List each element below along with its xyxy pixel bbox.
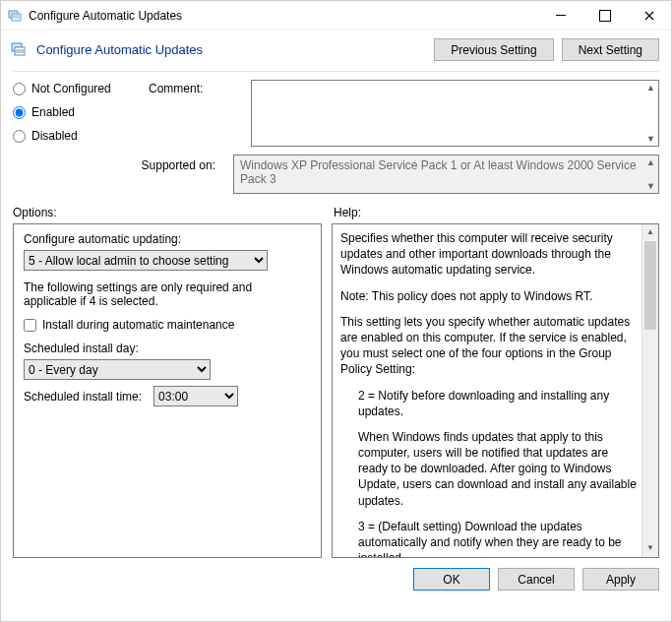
options-heading: Options: (13, 206, 318, 219)
help-scrollbar[interactable]: ▲ ▼ (641, 224, 658, 557)
help-text: Specifies whether this computer will rec… (340, 230, 637, 279)
scheduled-day-select[interactable]: 0 - Every day (24, 359, 211, 380)
window-controls (538, 1, 671, 31)
scroll-up-icon[interactable]: ▲ (642, 224, 658, 241)
maximize-button[interactable] (582, 1, 627, 31)
dialog-title: Configure Automatic Updates (36, 42, 203, 57)
scroll-down-icon: ▼ (646, 181, 655, 191)
minimize-button[interactable] (538, 1, 582, 31)
close-button[interactable] (627, 1, 671, 31)
title-bar: Configure Automatic Updates (1, 1, 671, 31)
radio-label: Enabled (31, 105, 75, 119)
supported-on-text: Windows XP Professional Service Pack 1 o… (233, 155, 659, 194)
supported-on-label: Supported on: (13, 155, 223, 194)
previous-setting-button[interactable]: Previous Setting (434, 38, 553, 61)
next-setting-button[interactable]: Next Setting (562, 38, 659, 61)
configure-updating-label: Configure automatic updating: (24, 232, 311, 246)
scheduled-day-label: Scheduled install day: (24, 342, 311, 355)
scroll-up-icon: ▲ (646, 83, 655, 93)
supported-on-value: Windows XP Professional Service Pack 1 o… (240, 158, 637, 186)
scroll-up-icon: ▲ (646, 157, 655, 167)
apply-button[interactable]: Apply (582, 568, 659, 591)
radio-enabled[interactable]: Enabled (13, 105, 129, 119)
cancel-button[interactable]: Cancel (498, 568, 575, 591)
divider (13, 71, 659, 72)
dialog-header: Configure Automatic Updates Previous Set… (1, 31, 671, 67)
options-note: The following settings are only required… (24, 280, 299, 308)
radio-label: Not Configured (31, 82, 111, 95)
help-heading: Help: (334, 206, 361, 219)
help-text: 3 = (Default setting) Download the updat… (340, 519, 637, 558)
window-title: Configure Automatic Updates (29, 9, 538, 23)
state-radio-group: Not Configured Enabled Disabled (13, 80, 129, 147)
svg-rect-1 (12, 14, 21, 21)
options-panel: Configure automatic updating: 5 - Allow … (13, 223, 322, 558)
scheduled-time-label: Scheduled install time: (24, 390, 142, 404)
help-text: This setting lets you specify whether au… (340, 314, 637, 378)
ok-button[interactable]: OK (413, 568, 490, 591)
comment-label: Comment: (149, 80, 241, 147)
configure-updating-select[interactable]: 5 - Allow local admin to choose setting (24, 250, 268, 271)
help-text: Note: This policy does not apply to Wind… (340, 288, 637, 304)
policy-icon (9, 40, 29, 60)
dialog-footer: OK Cancel Apply (1, 558, 671, 600)
svg-rect-3 (15, 47, 25, 55)
scheduled-time-select[interactable]: 03:00 (153, 386, 238, 406)
radio-disabled[interactable]: Disabled (13, 129, 129, 143)
help-text: 2 = Notify before downloading and instal… (340, 388, 637, 419)
app-icon (7, 8, 23, 24)
help-panel: Specifies whether this computer will rec… (332, 223, 659, 558)
radio-not-configured[interactable]: Not Configured (13, 82, 129, 95)
install-maintenance-checkbox[interactable]: Install during automatic maintenance (24, 318, 311, 332)
scroll-down-icon[interactable]: ▼ (642, 540, 658, 557)
help-text: When Windows finds updates that apply to… (340, 429, 637, 509)
scroll-thumb[interactable] (644, 241, 656, 330)
checkbox-label: Install during automatic maintenance (42, 318, 234, 332)
comment-textarea[interactable]: ▲ ▼ (251, 80, 659, 147)
scroll-down-icon: ▼ (646, 134, 655, 144)
radio-label: Disabled (31, 129, 78, 143)
